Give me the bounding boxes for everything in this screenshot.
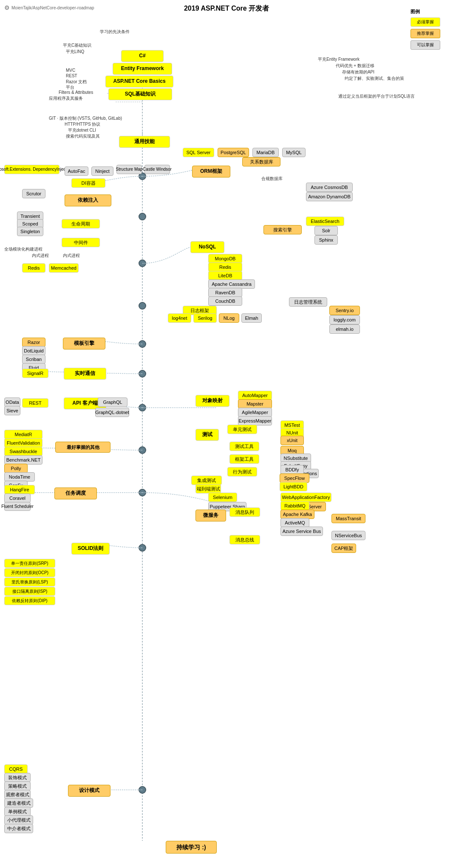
graphql-node[interactable]: GraphQL [98,397,127,407]
message-bus-node[interactable]: 消息总线 [229,535,260,544]
behavior-test-node[interactable]: 行为测试 [227,467,257,476]
xunit-node[interactable]: xUnit [280,436,304,445]
test-node[interactable]: 测试 [195,429,219,441]
sphinx-node[interactable]: Sphinx [314,235,338,245]
odata-node[interactable]: OData [4,397,20,407]
postgresql-node[interactable]: PostgreSQL [218,148,249,157]
apache-cassandra-node[interactable]: Apache Cassandra [208,279,255,289]
mapster-node[interactable]: Mapster [238,399,272,409]
polly-node[interactable]: Polly [4,464,28,473]
template-engine-node[interactable]: 模板引擎 [63,338,105,349]
nlog-node[interactable]: NLog [219,313,239,323]
mariadb-node[interactable]: MariaDB [252,148,279,157]
ninject-node[interactable]: Ninject [91,166,113,176]
redis-cache-node[interactable]: Redis [22,263,45,273]
factory-node[interactable]: 单例模式 [4,807,31,816]
github-label[interactable]: ⚙ MoienTajik/AspNetCore-developer-roadma… [4,4,94,11]
elmah-io-node[interactable]: elmah.io [329,324,360,334]
elmah-node[interactable]: Elmah [241,313,262,323]
castle-windsor-node[interactable]: Castle Windsor [144,165,170,174]
rabbitmq-node[interactable]: RabbitMQ [280,501,309,510]
activemq-node[interactable]: ActiveMQ [280,518,309,527]
unit-test-tools-node[interactable]: 测试工具 [229,442,259,451]
bddfy-node[interactable]: BDDfy [280,465,304,474]
orm-node[interactable]: ORM框架 [192,166,230,178]
sqlserver-node[interactable]: SQL Server [183,148,214,157]
loggly-node[interactable]: loggly.com [329,315,360,324]
general-skills-node[interactable]: 通用技能 [119,136,170,148]
proxy-node[interactable]: 小代理模式 [4,815,33,825]
log4net-node[interactable]: log4net [168,313,191,323]
lsp-node[interactable]: 里氏替换原则(LSP) [4,578,55,586]
azure-cosmos-node[interactable]: Azure CosmosDB [306,183,353,192]
couchdb-node[interactable]: CouchDB [208,296,242,306]
ocp-node[interactable]: 开闭封闭原则(OCP) [4,568,55,577]
dotliquid-node[interactable]: DotLiquid [22,346,45,355]
fluent-scheduler-node[interactable]: Fluent Scheduler [4,502,31,511]
di-node[interactable]: DI容器 [71,178,105,188]
other-pattern-node[interactable]: 中介者模式 [4,824,33,833]
ms-di-node[interactable]: Microsoft.Extensions. DependencyInjectio… [4,165,59,174]
nosql-node[interactable]: NoSQL [190,241,224,253]
microservices-node[interactable]: 微服务 [195,510,226,521]
observer-node[interactable]: 观察者模式 [4,790,31,799]
express-mapper-node[interactable]: ExpressMapper [238,416,272,426]
swashbuckle-node[interactable]: Swashbuckle [4,447,42,456]
specflow-node[interactable]: SpecFlow [280,473,309,483]
integration-test-node[interactable]: 集成测试 [191,476,222,485]
razor-template-node[interactable]: Razor [22,338,45,347]
csharp-node[interactable]: C# [121,50,164,62]
singleton-node[interactable]: Singleton [17,227,43,236]
ravendb-node[interactable]: RavenDB [208,288,242,297]
mysql-node[interactable]: MySQL [282,148,306,157]
selenium-node[interactable]: Selenium [208,493,237,502]
coravel-node[interactable]: Coravel [4,493,31,503]
lightbdd-node[interactable]: LightBDD [280,482,307,491]
unit-test-node[interactable]: 单元测试 [227,425,257,434]
message-queue-node[interactable]: 消息队列 [229,507,260,517]
autofac-node[interactable]: AutoFac [65,166,88,176]
relational-db-node[interactable]: 关系数据库 [242,157,280,166]
logging-mgmt-node[interactable]: 日志管理系统 [289,297,327,307]
memcached-node[interactable]: Memcached [49,263,79,273]
automapper-node[interactable]: AutoMapper [238,391,272,400]
graphql-dotnet-node[interactable]: GraphQL-dotnet [95,408,129,417]
middleware-node[interactable]: 中间件 [62,238,100,247]
aspnet-basics-node[interactable]: ASP.NET Core Basics [105,76,173,87]
redis-db-node[interactable]: Redis [208,262,242,272]
builder-node[interactable]: 建造者模式 [4,798,33,808]
noda-time-node[interactable]: NodaTime [4,472,35,482]
solr-node[interactable]: Solr [314,226,338,235]
amazon-dynamo-node[interactable]: Amazon DynamoDB [306,192,353,201]
dependency-injection-node[interactable]: 依赖注入 [65,194,111,206]
srp-node[interactable]: 单一责任原则(SRP) [4,559,55,568]
scrutor-node[interactable]: Scrutor [22,189,45,198]
mass-transit-node[interactable]: MassTransit [331,514,365,523]
litedb-node[interactable]: LiteDB [208,271,242,280]
solid-node[interactable]: SOLID法则 [71,543,110,555]
decorator-node[interactable]: 装饰模式 [4,773,31,782]
mongodb-node[interactable]: MongoDB [208,254,242,263]
e2e-test-node[interactable]: 端到端测试 [195,484,221,493]
structure-map-node[interactable]: Structure Map [116,165,142,174]
scriban-node[interactable]: Scriban [22,355,45,364]
serilog-node[interactable]: Serilog [193,313,217,323]
ef-node[interactable]: Entity Framework [113,63,172,75]
realtime-node[interactable]: 实时通信 [64,368,106,380]
sieve-node[interactable]: Sieve [4,406,20,415]
signalr-node[interactable]: SignalR [22,369,48,378]
sentry-node[interactable]: Sentry.io [329,306,360,315]
rest-api-node[interactable]: REST [22,398,48,408]
benchmark-net-node[interactable]: Benchmark.NET [4,455,42,465]
dip-node[interactable]: 依赖反转原则(DIP) [4,596,55,605]
task-scheduling-node[interactable]: 任务调度 [54,488,97,499]
mediatr-node[interactable]: MediatR [4,430,42,439]
lifecycle-node[interactable]: 生命周期 [62,219,100,228]
sql-basics-node[interactable]: SQL基础知识 [108,88,172,100]
fluent-validation-node[interactable]: FluentValidation [4,438,42,448]
agile-mapper-node[interactable]: AgileMapper [238,408,272,417]
web-app-factory-node[interactable]: WebApplicationFactory [280,493,331,502]
keep-learning-node[interactable]: 持续学习 :) [166,841,217,854]
hangfire-node[interactable]: HangFire [4,485,35,494]
cap-node[interactable]: CAP框架 [331,544,356,553]
